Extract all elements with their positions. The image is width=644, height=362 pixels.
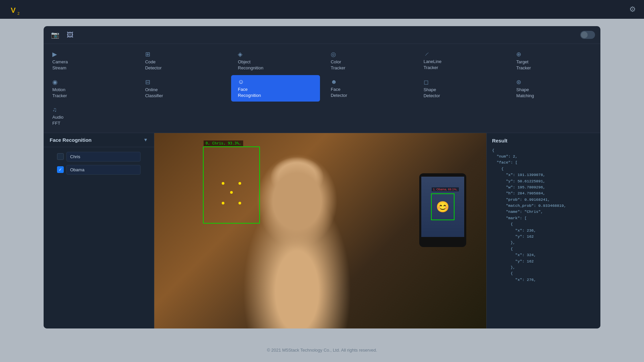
name-list (44, 147, 154, 328)
topbar: V 2 ⚙ (0, 0, 644, 19)
svg-text:2: 2 (17, 11, 19, 15)
nav-item-code-detector[interactable]: ⊞ Code Detector (139, 47, 227, 74)
nav-item-shape-detector[interactable]: ◻ Shape Detector (417, 75, 506, 102)
result-json: { "num": 2, "face": [ { "x": 191.1399078… (492, 147, 595, 283)
laneline-tracker-icon: ⟋ (424, 51, 430, 58)
nav-label2-camera-stream: Stream (52, 65, 66, 71)
nav-item-camera-stream[interactable]: ▶ Camera Stream (46, 47, 135, 74)
landmark-right-eye (238, 182, 241, 185)
landmark-left-eye (222, 182, 224, 185)
color-tracker-icon: ◎ (331, 51, 336, 58)
chris-name-input[interactable] (66, 152, 141, 162)
nav-item-color-tracker[interactable]: ◎ Color Tracker (324, 47, 413, 74)
nav-item-laneline-tracker[interactable]: ⟋ LaneLine Tracker (417, 47, 506, 74)
camera-feed: 0, Chris, 93.3%, 1, Obama, 69.1%, 😊 (154, 133, 486, 328)
phone-screen: 1, Obama, 69.1%, 😊 (421, 177, 464, 237)
left-panel: Face Recognition ▼ add train save reset (44, 133, 154, 328)
nav-item-object-recognition[interactable]: ◈ Object Recongnition (231, 47, 320, 74)
face-detection-box-1: 0, Chris, 93.3%, (203, 146, 260, 224)
target-tracker-icon: ⊕ (516, 51, 521, 58)
code-detector-icon: ⊞ (145, 51, 150, 58)
audio-fft-icon: ♫ (52, 106, 57, 113)
nav-grid: ▶ Camera Stream ⊞ Code Detector ◈ Object… (44, 44, 600, 133)
phone-device: 1, Obama, 69.1%, 😊 (419, 173, 466, 247)
face-icon: 😊 (436, 200, 449, 213)
panel-header: Face Recognition ▼ (44, 133, 154, 147)
nav-item-motion-tracker[interactable]: ◉ Motion Tracker (46, 75, 135, 102)
nav-label-camera-stream: Camera (52, 59, 68, 65)
svg-text:V: V (11, 6, 16, 14)
toggle-switch[interactable] (580, 31, 595, 39)
obama-name-input[interactable] (66, 165, 141, 175)
toolbar: 📷 🖼 (44, 26, 600, 44)
obama-checkbox[interactable] (57, 166, 64, 173)
online-classifier-icon: ⊟ (145, 78, 150, 86)
main-container: 📷 🖼 ▶ Camera Stream ⊞ Code Detector ◈ Ob… (44, 26, 600, 328)
landmark-nose (230, 191, 233, 194)
nav-item-face-recognition[interactable]: ☺ Face Recognition (231, 75, 320, 102)
face-detection-box-2: 1, Obama, 69.1%, 😊 (431, 193, 454, 220)
result-panel: Result { "num": 2, "face": [ { "x": 191.… (486, 133, 600, 328)
image-upload-button[interactable]: 🖼 (65, 30, 75, 40)
footer: © 2021 M5Stack Technology Co., Ltd. All … (0, 348, 644, 353)
face-detector-icon: ☻ (331, 78, 337, 85)
landmark-mouth-left (222, 202, 224, 204)
footer-text: © 2021 M5Stack Technology Co., Ltd. All … (267, 348, 377, 353)
chris-checkbox[interactable] (57, 153, 64, 160)
face-recognition-icon: ☺ (238, 78, 244, 85)
name-row-chris (57, 152, 141, 162)
landmark-mouth-right (238, 202, 241, 204)
panel-title: Face Recognition (50, 137, 92, 143)
panel-collapse-button[interactable]: ▼ (143, 137, 148, 142)
nav-item-face-detector[interactable]: ☻ Face Detector (324, 75, 413, 102)
result-title: Result (492, 138, 595, 143)
motion-tracker-icon: ◉ (52, 78, 58, 86)
shape-matching-icon: ⊛ (516, 78, 521, 86)
settings-icon[interactable]: ⚙ (629, 5, 636, 14)
face-label-1: 0, Chris, 93.3%, (204, 140, 243, 146)
content-area: Face Recognition ▼ add train save reset (44, 133, 600, 328)
camera-capture-button[interactable]: 📷 (49, 29, 61, 40)
name-row-obama (57, 165, 141, 175)
nav-item-shape-matching[interactable]: ⊛ Shape Matching (509, 75, 598, 102)
camera-stream-icon: ▶ (52, 51, 57, 58)
face-label-2: 1, Obama, 69.1%, (432, 187, 459, 191)
object-recognition-icon: ◈ (238, 51, 243, 58)
nav-item-audio-fft[interactable]: ♫ Audio FFT (46, 103, 135, 129)
nav-item-target-tracker[interactable]: ⊕ Target Tracker (509, 47, 598, 74)
nav-item-online-classifier[interactable]: ⊟ Online Classifier (139, 75, 227, 102)
shape-detector-icon: ◻ (424, 78, 429, 86)
app-logo: V 2 (8, 2, 23, 17)
